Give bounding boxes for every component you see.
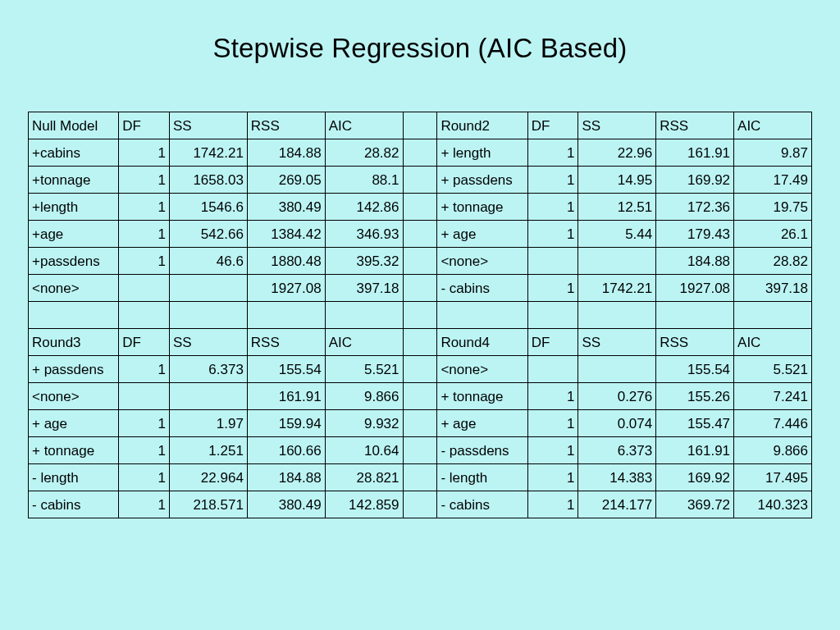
rss-cell: 1880.48 [247, 248, 325, 275]
ss-cell: 6.373 [578, 437, 656, 464]
ss-cell: 22.96 [578, 139, 656, 167]
df-cell: 1 [527, 410, 578, 437]
gap-cell [403, 248, 437, 275]
round-header-right: Round4 [437, 329, 527, 356]
term-cell: + tonnage [29, 437, 119, 464]
df-cell: 1 [119, 167, 170, 194]
col-header: SS [170, 112, 248, 139]
df-cell [527, 248, 578, 275]
ss-cell: 0.074 [578, 410, 656, 437]
aic-cell: 9.866 [734, 437, 812, 464]
aic-cell: 9.866 [325, 383, 403, 410]
term-cell: + tonnage [437, 383, 527, 410]
empty-cell [437, 302, 527, 329]
aic-cell: 9.87 [734, 139, 812, 167]
df-cell: 1 [119, 194, 170, 221]
table-row: +length11546.6380.49142.86+ tonnage112.5… [29, 194, 812, 221]
rss-cell: 161.91 [656, 437, 734, 464]
empty-cell [247, 302, 325, 329]
ss-cell: 46.6 [170, 248, 248, 275]
gap-cell [403, 139, 437, 167]
aic-cell: 397.18 [325, 275, 403, 302]
aic-cell: 17.49 [734, 167, 812, 194]
rss-cell: 369.72 [656, 491, 734, 518]
rss-cell: 169.92 [656, 464, 734, 491]
ss-cell [578, 248, 656, 275]
slide: Stepwise Regression (AIC Based) Null Mod… [0, 0, 840, 630]
term-cell: +length [29, 194, 119, 221]
term-cell: + age [437, 410, 527, 437]
aic-cell: 7.446 [734, 410, 812, 437]
gap-cell [403, 356, 437, 383]
term-cell: <none> [29, 275, 119, 302]
empty-cell [403, 302, 437, 329]
col-header: SS [170, 329, 248, 356]
table-blank-row [29, 302, 812, 329]
df-cell: 1 [119, 491, 170, 518]
regression-table: Null ModelDFSSRSSAICRound2DFSSRSSAIC+cab… [28, 112, 812, 518]
table-row: +age1542.661384.42346.93+ age15.44179.43… [29, 221, 812, 248]
rss-cell: 269.05 [247, 167, 325, 194]
rss-cell: 161.91 [247, 383, 325, 410]
ss-cell: 14.383 [578, 464, 656, 491]
ss-cell [578, 356, 656, 383]
rss-cell: 1384.42 [247, 221, 325, 248]
gap-cell [403, 221, 437, 248]
term-cell: + tonnage [437, 194, 527, 221]
ss-cell: 1.97 [170, 410, 248, 437]
term-cell: <none> [29, 383, 119, 410]
term-cell: - cabins [437, 275, 527, 302]
table-row: + tonnage11.251160.6610.64- passdens16.3… [29, 437, 812, 464]
rss-cell: 184.88 [247, 464, 325, 491]
table-row: + passdens16.373155.545.521<none>155.545… [29, 356, 812, 383]
gap-cell [403, 491, 437, 518]
col-header: SS [578, 112, 656, 139]
ss-cell: 22.964 [170, 464, 248, 491]
term-cell: + age [29, 410, 119, 437]
gap-cell [403, 329, 437, 356]
rss-cell: 172.36 [656, 194, 734, 221]
ss-cell: 214.177 [578, 491, 656, 518]
term-cell: - cabins [29, 491, 119, 518]
df-cell [119, 275, 170, 302]
ss-cell: 0.276 [578, 383, 656, 410]
table-row: - cabins1218.571380.49142.859- cabins121… [29, 491, 812, 518]
term-cell: - cabins [437, 491, 527, 518]
aic-cell: 346.93 [325, 221, 403, 248]
aic-cell: 28.82 [325, 139, 403, 167]
col-header: DF [119, 329, 170, 356]
empty-cell [325, 302, 403, 329]
df-cell: 1 [119, 356, 170, 383]
df-cell: 1 [527, 491, 578, 518]
empty-cell [656, 302, 734, 329]
df-cell: 1 [527, 437, 578, 464]
empty-cell [734, 302, 812, 329]
gap-cell [403, 275, 437, 302]
ss-cell: 1742.21 [578, 275, 656, 302]
table-row: +cabins11742.21184.8828.82+ length122.96… [29, 139, 812, 167]
df-cell: 1 [119, 139, 170, 167]
df-cell: 1 [527, 383, 578, 410]
term-cell: + age [437, 221, 527, 248]
ss-cell: 6.373 [170, 356, 248, 383]
empty-cell [578, 302, 656, 329]
aic-cell: 26.1 [734, 221, 812, 248]
aic-cell: 7.241 [734, 383, 812, 410]
col-header: RSS [656, 329, 734, 356]
df-cell: 1 [119, 410, 170, 437]
aic-cell: 397.18 [734, 275, 812, 302]
rss-cell: 380.49 [247, 491, 325, 518]
df-cell: 1 [527, 139, 578, 167]
ss-cell: 218.571 [170, 491, 248, 518]
aic-cell: 142.86 [325, 194, 403, 221]
ss-cell [170, 383, 248, 410]
df-cell: 1 [119, 221, 170, 248]
table-header-row: Null ModelDFSSRSSAICRound2DFSSRSSAIC [29, 112, 812, 139]
term-cell: <none> [437, 356, 527, 383]
df-cell [119, 383, 170, 410]
round-header-right: Round2 [437, 112, 527, 139]
col-header: DF [119, 112, 170, 139]
ss-cell: 12.51 [578, 194, 656, 221]
col-header: RSS [247, 329, 325, 356]
empty-cell [119, 302, 170, 329]
